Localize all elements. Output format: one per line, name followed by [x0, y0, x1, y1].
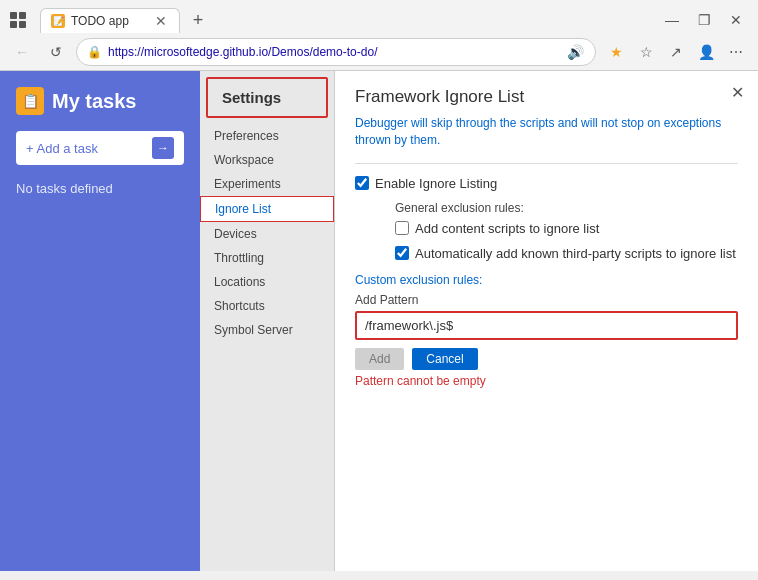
- share-icon[interactable]: ↗: [662, 38, 690, 66]
- panel-description: Debugger will skip through the scripts a…: [355, 115, 738, 149]
- new-tab-button[interactable]: +: [184, 6, 212, 34]
- browser-icon: [8, 10, 28, 30]
- settings-nav-symbol-server[interactable]: Symbol Server: [200, 318, 334, 342]
- rule1-row: Add content scripts to ignore list: [395, 221, 738, 236]
- button-row: Add Cancel: [355, 348, 738, 370]
- settings-panel: Settings Preferences Workspace Experimen…: [200, 71, 335, 571]
- add-task-button[interactable]: + Add a task →: [16, 131, 184, 165]
- panel-close-button[interactable]: ✕: [731, 83, 744, 102]
- enable-ignore-label: Enable Ignore Listing: [375, 176, 497, 191]
- tab-bar: 📝 TODO app ✕ + — ❐ ✕: [0, 0, 758, 34]
- settings-nav-shortcuts[interactable]: Shortcuts: [200, 294, 334, 318]
- custom-rules-label: Custom exclusion rules:: [355, 273, 738, 287]
- general-rules-section: General exclusion rules: Add content scr…: [375, 201, 738, 261]
- panel-title: Framework Ignore List: [355, 87, 738, 107]
- main-content: 📋 My tasks + Add a task → No tasks defin…: [0, 71, 758, 571]
- rule1-label: Add content scripts to ignore list: [415, 221, 599, 236]
- read-aloud-icon[interactable]: 🔊: [565, 42, 585, 62]
- svg-rect-3: [19, 21, 26, 28]
- browser-tab[interactable]: 📝 TODO app ✕: [40, 8, 180, 33]
- settings-nav-ignore-list[interactable]: Ignore List: [200, 196, 334, 222]
- refresh-button[interactable]: ↺: [42, 38, 70, 66]
- enable-ignore-checkbox[interactable]: [355, 176, 369, 190]
- add-task-arrow-icon: →: [152, 137, 174, 159]
- url-action-icons: 🔊: [565, 42, 585, 62]
- browser-chrome: 📝 TODO app ✕ + — ❐ ✕ ← ↺ 🔒 https://micro…: [0, 0, 758, 71]
- svg-rect-0: [10, 12, 17, 19]
- rule1-checkbox[interactable]: [395, 221, 409, 235]
- add-task-label: + Add a task: [26, 141, 98, 156]
- tasks-sidebar: 📋 My tasks + Add a task → No tasks defin…: [0, 71, 200, 571]
- add-pattern-label: Add Pattern: [355, 293, 738, 307]
- svg-rect-2: [10, 21, 17, 28]
- collections-icon[interactable]: ☆: [632, 38, 660, 66]
- back-button[interactable]: ←: [8, 38, 36, 66]
- settings-nav-locations[interactable]: Locations: [200, 270, 334, 294]
- url-text: https://microsoftedge.github.io/Demos/de…: [108, 45, 559, 59]
- tasks-title: My tasks: [52, 90, 137, 113]
- error-message: Pattern cannot be empty: [355, 374, 738, 388]
- more-tools-icon[interactable]: ⋯: [722, 38, 750, 66]
- profile-icon[interactable]: 👤: [692, 38, 720, 66]
- settings-nav-preferences[interactable]: Preferences: [200, 124, 334, 148]
- settings-nav-experiments[interactable]: Experiments: [200, 172, 334, 196]
- rule2-checkbox[interactable]: [395, 246, 409, 260]
- tasks-icon: 📋: [16, 87, 44, 115]
- divider: [355, 163, 738, 164]
- minimize-button[interactable]: —: [658, 6, 686, 34]
- settings-nav-devices[interactable]: Devices: [200, 222, 334, 246]
- maximize-button[interactable]: ❐: [690, 6, 718, 34]
- custom-rules-section: Custom exclusion rules: Add Pattern Add …: [355, 273, 738, 388]
- toolbar-icons: ★ ☆ ↗ 👤 ⋯: [602, 38, 750, 66]
- cancel-pattern-button[interactable]: Cancel: [412, 348, 477, 370]
- close-window-button[interactable]: ✕: [722, 6, 750, 34]
- settings-nav-workspace[interactable]: Workspace: [200, 148, 334, 172]
- security-icon: 🔒: [87, 45, 102, 59]
- tab-favicon: 📝: [51, 14, 65, 28]
- url-bar[interactable]: 🔒 https://microsoftedge.github.io/Demos/…: [76, 38, 596, 66]
- rule2-label: Automatically add known third-party scri…: [415, 246, 736, 261]
- tasks-header: 📋 My tasks: [16, 87, 184, 115]
- tab-close-button[interactable]: ✕: [153, 13, 169, 29]
- settings-header[interactable]: Settings: [206, 77, 328, 118]
- favorites-icon[interactable]: ★: [602, 38, 630, 66]
- tab-label: TODO app: [71, 14, 147, 28]
- no-tasks-text: No tasks defined: [16, 181, 184, 196]
- settings-nav-throttling[interactable]: Throttling: [200, 246, 334, 270]
- general-rules-label: General exclusion rules:: [395, 201, 738, 215]
- ignore-list-panel: ✕ Framework Ignore List Debugger will sk…: [335, 71, 758, 571]
- settings-nav: Preferences Workspace Experiments Ignore…: [200, 124, 334, 342]
- svg-rect-1: [19, 12, 26, 19]
- enable-ignore-listing-row: Enable Ignore Listing: [355, 176, 738, 191]
- rule2-row: Automatically add known third-party scri…: [395, 246, 738, 261]
- pattern-input[interactable]: [355, 311, 738, 340]
- add-pattern-button[interactable]: Add: [355, 348, 404, 370]
- address-bar: ← ↺ 🔒 https://microsoftedge.github.io/De…: [0, 34, 758, 70]
